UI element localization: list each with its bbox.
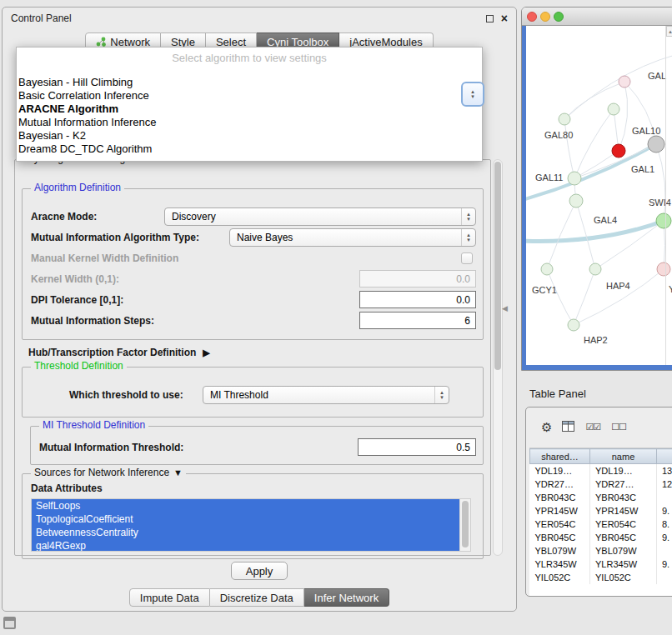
show-checked-columns-icon[interactable]: ☑☑ <box>585 422 600 432</box>
table-row[interactable]: YDL19…YDL19…13 <box>530 464 672 478</box>
algorithm-option[interactable]: Bayesian - K2 <box>17 129 482 142</box>
float-window-icon[interactable] <box>486 15 494 22</box>
mi-steps-label: Mutual Information Steps: <box>31 315 154 327</box>
manual-kernel-label: Manual Kernel Width Definition <box>31 252 178 264</box>
table-row[interactable]: YDR27…YDR27…12 <box>530 478 672 491</box>
tab-impute-data[interactable]: Impute Data <box>129 588 210 607</box>
algorithm-option[interactable]: Mutual Information Inference <box>17 116 482 129</box>
network-edge[interactable] <box>547 201 576 269</box>
network-view-window: GALGAL80GAL10GAL11GAL1SWI4GAL4GCY1HAP4YH… <box>521 7 672 371</box>
kernel-width-label: Kernel Width (0,1): <box>31 273 119 285</box>
table-row[interactable]: YBR043CYBR043C <box>530 491 672 504</box>
data-attribute-item[interactable]: BetweennessCentrality <box>32 526 459 539</box>
network-canvas[interactable]: GALGAL80GAL10GAL11GAL1SWI4GAL4GCY1HAP4YH… <box>526 26 672 365</box>
network-edge[interactable] <box>547 269 574 325</box>
apply-button[interactable]: Apply <box>231 562 288 580</box>
algorithm-dropdown-popup: Select algorithm to view settings Bayesi… <box>16 47 483 162</box>
algorithm-option[interactable]: Bayesian - Hill Climbing <box>17 76 482 89</box>
network-edge[interactable] <box>564 119 574 178</box>
algorithm-combobox-stepper[interactable]: ▴ ▾ <box>461 82 484 107</box>
network-node[interactable] <box>648 136 664 152</box>
attributes-list-scrollbar[interactable] <box>459 499 470 551</box>
network-edge[interactable] <box>595 221 664 269</box>
splitter-collapse-icon[interactable]: ◀ <box>502 304 508 312</box>
network-edge[interactable] <box>574 269 664 325</box>
table-row[interactable]: YIL052CYIL052C <box>530 571 672 584</box>
data-attribute-item[interactable]: TopologicalCoefficient <box>32 512 459 526</box>
table-column-header[interactable] <box>657 449 672 464</box>
stepper-down-icon: ▾ <box>471 94 474 99</box>
table-row[interactable]: YBR045CYBR045C9. <box>530 531 672 544</box>
table-cell: 9. <box>657 504 672 518</box>
algorithm-option[interactable]: Basic Correlation Inference <box>17 89 482 102</box>
hub-definition-expander[interactable]: Hub/Transcription Factor Definition ▶ <box>28 343 490 362</box>
data-attribute-item[interactable]: gal4RGexp <box>32 539 459 552</box>
columns-icon[interactable] <box>562 421 574 433</box>
network-node[interactable] <box>619 76 630 88</box>
mi-algorithm-select[interactable]: Naive Bayes ▴▾ <box>229 228 476 247</box>
close-traffic-light[interactable] <box>527 12 537 22</box>
network-edge[interactable] <box>576 201 595 269</box>
attribute-table: shared…name YDL19…YDL19…13YDR27…YDR27…12… <box>529 448 672 596</box>
which-threshold-row: Which threshold to use: MI Threshold ▴▾ <box>31 384 476 405</box>
network-node[interactable] <box>569 194 583 208</box>
aracne-mode-row: Aracne Mode: Discovery ▴▾ <box>31 206 476 227</box>
table-row[interactable]: YPR145WYPR145W9. <box>530 504 672 518</box>
table-panel-title: Table Panel <box>529 388 586 400</box>
table-toolbar: ⚙ ☑☑ ☐☐ <box>526 414 672 439</box>
hide-columns-icon[interactable]: ☐☐ <box>611 422 626 432</box>
network-edge[interactable] <box>656 144 665 221</box>
algorithm-option[interactable]: Dream8 DC_TDC Algorithm <box>17 142 482 156</box>
network-node[interactable] <box>568 172 581 185</box>
minimize-traffic-light[interactable] <box>540 12 550 22</box>
data-attribute-item[interactable]: SelfLoops <box>32 499 459 512</box>
cyni-algorithm-settings-group: Cyni Algorithm Settings Algorithm Defini… <box>14 159 491 556</box>
which-threshold-select[interactable]: MI Threshold ▴▾ <box>203 386 449 404</box>
network-edge[interactable] <box>619 82 628 151</box>
settings-scrollbar[interactable] <box>493 159 503 556</box>
network-vertical-scrollbar[interactable]: ▴ <box>665 26 672 365</box>
network-edge[interactable] <box>574 269 595 325</box>
table-cell: YIL052C <box>590 571 657 584</box>
network-node[interactable] <box>589 263 601 275</box>
network-node[interactable] <box>612 144 625 158</box>
minimized-panel-icon[interactable] <box>3 617 16 629</box>
network-node[interactable] <box>568 319 579 331</box>
scroll-up-icon[interactable]: ▴ <box>666 26 672 37</box>
dpi-tolerance-field[interactable]: 0.0 <box>359 291 476 308</box>
network-node[interactable] <box>541 263 553 275</box>
table-cell: YDL19… <box>530 464 590 478</box>
aracne-mode-select[interactable]: Discovery ▴▾ <box>164 208 476 226</box>
table-row[interactable]: YER054CYER054C8. <box>530 518 672 531</box>
mi-steps-field[interactable]: 6 <box>359 312 476 329</box>
mi-threshold-row: Mutual Information Threshold: 0.5 <box>39 437 476 458</box>
network-node[interactable] <box>608 103 619 115</box>
table-row[interactable]: YBL079WYBL079W <box>530 544 672 558</box>
data-attributes-list: SelfLoopsTopologicalCoefficientBetweenne… <box>31 498 471 552</box>
tab-infer-network[interactable]: Infer Network <box>304 588 389 607</box>
mi-algorithm-value: Naive Bayes <box>237 232 293 243</box>
close-icon[interactable]: × <box>501 14 508 22</box>
threshold-definition-group: Threshold Definition Which threshold to … <box>22 367 484 418</box>
algorithm-option[interactable]: ARACNE Algorithm <box>17 102 482 116</box>
scrollbar-thumb[interactable] <box>462 501 469 548</box>
which-threshold-value: MI Threshold <box>210 389 268 401</box>
minimized-panel-icon-bar <box>5 618 14 621</box>
mi-threshold-definition-title: MI Threshold Definition <box>39 419 148 431</box>
mi-threshold-field[interactable]: 0.5 <box>358 438 476 456</box>
sources-group-title[interactable]: Sources for Network Inference ▼ <box>31 467 186 478</box>
tab-discretize-data[interactable]: Discretize Data <box>210 588 304 607</box>
network-node-label: HAP4 <box>606 281 630 291</box>
network-node[interactable] <box>559 113 570 125</box>
mi-threshold-definition-group: MI Threshold Definition Mutual Informati… <box>30 426 484 465</box>
zoom-traffic-light[interactable] <box>554 12 564 22</box>
table-row[interactable]: YLR345WYLR345W9. <box>530 558 672 571</box>
scrollbar-thumb[interactable] <box>494 162 501 370</box>
table-column-header[interactable]: shared… <box>530 449 590 464</box>
table-cell: 9. <box>657 531 672 544</box>
mi-threshold-label: Mutual Information Threshold: <box>39 442 183 453</box>
network-frame: GALGAL80GAL10GAL11GAL1SWI4GAL4GCY1HAP4YH… <box>522 26 672 370</box>
chevron-right-icon: ▶ <box>203 348 209 358</box>
gear-icon[interactable]: ⚙ <box>541 421 551 433</box>
table-column-header[interactable]: name <box>590 449 657 464</box>
